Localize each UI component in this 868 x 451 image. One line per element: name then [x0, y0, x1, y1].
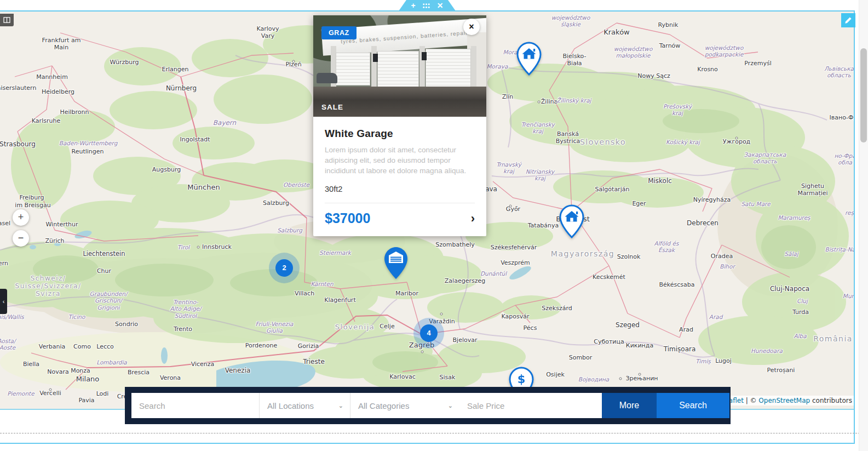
location-badge: GRAZ: [321, 26, 357, 39]
cluster-count: 4: [420, 324, 438, 342]
openstreetmap-link[interactable]: OpenStreetMap: [758, 397, 810, 404]
section-border-bottom: [0, 443, 855, 444]
house-pin-marker[interactable]: [559, 204, 584, 241]
locations-select[interactable]: All Locations ⌄: [259, 393, 350, 418]
add-section-button[interactable]: +: [411, 2, 416, 9]
edit-widget-button[interactable]: [841, 13, 855, 27]
locations-select-value: All Locations: [267, 401, 314, 410]
popup-close-button[interactable]: ×: [463, 19, 480, 35]
svg-text:$: $: [518, 373, 526, 386]
photo-sign-text: tyres, brakes, suspension, batteries, re…: [341, 29, 472, 44]
zoom-out-button[interactable]: −: [13, 230, 29, 247]
property-search-bar: All Locations ⌄ All Categories ⌄ More Se…: [125, 387, 731, 424]
section-divider-dashed: [0, 433, 868, 433]
popup-area: 30ft2: [325, 185, 475, 193]
property-popup: tyres, brakes, suspension, batteries, re…: [313, 15, 486, 236]
popup-title: White Garage: [325, 128, 475, 140]
popup-body: White Garage Lorem ipsum dolor sit amet,…: [313, 117, 486, 236]
cluster-count: 2: [275, 259, 293, 277]
attribution-separator: | ©: [744, 397, 759, 404]
house-pin-marker[interactable]: [516, 42, 542, 78]
page-scrollbar[interactable]: [859, 0, 868, 451]
popup-description: Lorem ipsum dolor sit amet, consectetur …: [325, 145, 475, 176]
section-border-right: [854, 10, 855, 444]
popup-photo: tyres, brakes, suspension, batteries, re…: [313, 15, 486, 117]
categories-select[interactable]: All Categories ⌄: [350, 393, 459, 418]
popup-price: $37000: [325, 210, 370, 226]
scrollbar-thumb[interactable]: [860, 48, 867, 142]
column-settings-button[interactable]: [0, 14, 14, 26]
marker-cluster[interactable]: 4: [413, 318, 444, 349]
photo-car: [317, 73, 337, 83]
search-button[interactable]: Search: [657, 393, 729, 418]
chevron-down-icon: ⌄: [338, 402, 343, 409]
section-drag-handle-icon[interactable]: [423, 2, 430, 9]
garage-door: [336, 53, 370, 85]
popup-divider: [325, 203, 475, 203]
zoom-in-button[interactable]: +: [13, 209, 29, 226]
sale-price-input[interactable]: [459, 393, 602, 418]
sale-badge: SALE: [321, 103, 343, 111]
delete-section-button[interactable]: ✕: [437, 2, 444, 9]
section-handle[interactable]: + ✕: [399, 0, 456, 11]
garage-door: [377, 51, 419, 88]
map-attribution: Leaflet | © OpenStreetMap contributors: [718, 396, 855, 406]
garage-pin-marker[interactable]: [383, 246, 409, 282]
attribution-suffix: contributors: [810, 397, 852, 404]
map-canvas[interactable]: Frankfurt am MainWürzburgMannheimHeidelb…: [0, 12, 855, 410]
popup-detail-chevron-icon[interactable]: ›: [471, 213, 475, 225]
pencil-icon: [844, 16, 852, 24]
columns-icon: [3, 17, 10, 23]
garage-door: [426, 49, 470, 92]
categories-select-value: All Categories: [358, 401, 409, 410]
marker-cluster[interactable]: 2: [269, 253, 300, 283]
search-input[interactable]: [131, 393, 259, 418]
panel-toggle-button[interactable]: ‹: [0, 289, 7, 314]
more-button[interactable]: More: [602, 393, 657, 418]
chevron-down-icon: ⌄: [448, 402, 453, 409]
photo-ground: [313, 87, 486, 117]
